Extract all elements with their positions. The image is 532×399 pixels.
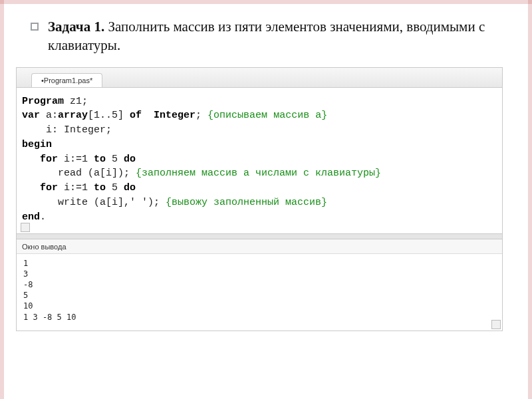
kw-do-2: do: [124, 182, 136, 194]
type-integer: Integer: [142, 110, 196, 121]
task-text: Заполнить массив из пяти элементов значе…: [48, 19, 485, 53]
task-title: Задача 1. Заполнить массив из пяти элеме…: [48, 17, 516, 55]
comment-3: {вывожу заполненный массив}: [166, 197, 327, 208]
task-row: Задача 1. Заполнить массив из пяти элеме…: [31, 17, 516, 55]
kw-of: of: [130, 110, 142, 121]
output-line: 1 3 -8 5 10: [23, 312, 495, 323]
comment-2: {заполняем массив a числами с клавиатуры…: [136, 168, 381, 179]
kw-end: end: [22, 211, 40, 223]
tab-strip: •Program1.pas*: [17, 68, 502, 88]
kw-begin: begin: [22, 139, 52, 150]
output-pane-title: Окно вывода: [17, 239, 502, 254]
ide-window: •Program1.pas* Program z1; var a:array[1…: [16, 67, 503, 331]
output-line: -8: [23, 279, 495, 290]
output-line: 10: [23, 301, 495, 311]
output-line: 3: [23, 269, 495, 279]
output-line: 5: [23, 290, 495, 301]
kw-do-1: do: [124, 154, 136, 165]
kw-var: var: [22, 110, 40, 121]
comment-1: {описываем массив a}: [207, 110, 327, 121]
task-prefix: Задача 1.: [48, 19, 104, 35]
scroll-right-icon[interactable]: [491, 320, 501, 329]
kw-for-2: for: [40, 182, 58, 194]
output-pane[interactable]: 1 3 -8 5 10 1 3 -8 5 10: [17, 254, 502, 331]
slide-content: Задача 1. Заполнить массив из пяти элеме…: [0, 0, 532, 338]
kw-to-2: to: [94, 182, 106, 194]
code-editor[interactable]: Program z1; var a:array[1..5] of Integer…: [17, 88, 502, 234]
bullet-icon: [31, 23, 39, 31]
kw-array: array: [58, 110, 88, 121]
kw-program: Program: [22, 96, 64, 107]
pane-separator[interactable]: [17, 234, 502, 239]
kw-for-1: for: [40, 154, 58, 165]
output-line: 1: [23, 258, 495, 269]
kw-to-1: to: [94, 154, 106, 165]
tab-program1[interactable]: •Program1.pas*: [31, 73, 102, 87]
scroll-left-icon[interactable]: [21, 223, 30, 232]
